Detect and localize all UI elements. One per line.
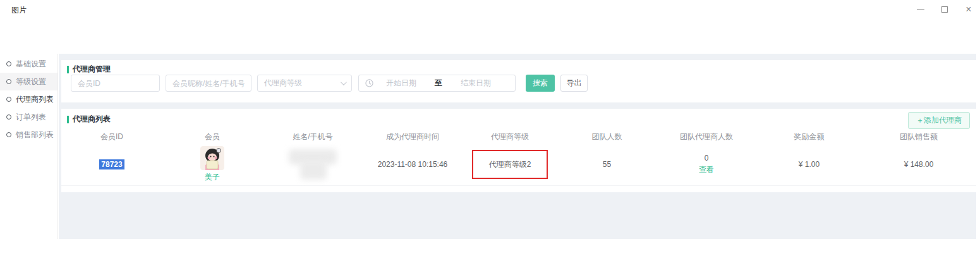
section-accent-bar — [67, 116, 69, 123]
section-accent-bar — [67, 66, 69, 73]
radio-circle-icon — [6, 61, 11, 66]
section-title-agent-list: 代理商列表 — [67, 114, 111, 125]
col-team-sales: 团队销售额 — [861, 130, 976, 144]
col-reward-amount: 奖励金额 — [757, 130, 861, 144]
col-team-count: 团队人数 — [558, 130, 656, 144]
table-row: 78723 — [61, 144, 976, 186]
agent-level-text: 代理商等级2 — [489, 159, 531, 170]
member-nickname: 美子 — [205, 172, 220, 183]
sidebar: 基础设置 等级设置 代理商列表 订单列表 销售部列表 — [0, 54, 58, 239]
col-team-agent-count: 团队代理商人数 — [656, 130, 757, 144]
view-link[interactable]: 查看 — [699, 164, 714, 175]
date-range-picker[interactable]: 开始日期 至 结束日期 — [358, 75, 516, 92]
member-avatar — [200, 146, 224, 170]
cell-team-sales: ¥ 148.00 — [861, 144, 976, 185]
window-controls: × — [916, 0, 974, 19]
add-agent-button[interactable]: ＋添加代理商 — [908, 112, 970, 129]
cell-reward-amount: ¥ 1.00 — [757, 144, 861, 185]
end-date-placeholder: 结束日期 — [448, 78, 504, 89]
filters-row: 代理商等级 开始日期 至 结束日期 搜索 导出 — [71, 75, 588, 92]
col-name-phone: 姓名/手机号 — [262, 130, 363, 144]
member-id-input[interactable] — [71, 75, 160, 92]
app-area: 基础设置 等级设置 代理商列表 订单列表 销售部列表 代理商管理 — [0, 54, 980, 239]
col-member: 会员 — [162, 130, 262, 144]
radio-circle-icon — [6, 97, 11, 102]
date-separator: 至 — [429, 78, 448, 89]
start-date-placeholder: 开始日期 — [373, 78, 429, 89]
agent-level-select[interactable]: 代理商等级 — [257, 75, 352, 92]
col-agent-level: 代理商等级 — [462, 130, 558, 144]
cell-become-time: 2023-11-08 10:15:46 — [363, 144, 462, 185]
team-agent-count-value: 0 — [705, 154, 709, 163]
sidebar-item-sales-dept-list[interactable]: 销售部列表 — [0, 126, 57, 144]
window-title: 图片 — [11, 5, 27, 16]
agent-management-card: 代理商管理 代理商等级 开始日期 至 结束日期 搜 — [61, 60, 976, 102]
search-button[interactable]: 搜索 — [526, 75, 555, 92]
cell-member-id: 78723 — [61, 144, 162, 185]
member-id-selected-text: 78723 — [99, 159, 124, 169]
col-become-time: 成为代理商时间 — [363, 130, 462, 144]
cell-team-agent-count: 0 查看 — [656, 144, 757, 185]
window-titlebar: 图片 × — [0, 0, 980, 19]
sidebar-item-level-settings[interactable]: 等级设置 — [0, 73, 57, 90]
radio-circle-icon — [6, 114, 11, 120]
table-header-row: 会员ID 会员 姓名/手机号 成为代理商时间 代理商等级 团队人数 团队代理商人… — [61, 130, 976, 144]
sidebar-item-agent-list[interactable]: 代理商列表 — [0, 90, 57, 108]
agent-list-card: 代理商列表 ＋添加代理商 会员ID 会员 姓名/手机号 成为代理商时间 代理商等… — [61, 109, 976, 192]
cell-team-count: 55 — [558, 144, 656, 185]
minimize-icon[interactable] — [916, 4, 926, 15]
agent-table: 会员ID 会员 姓名/手机号 成为代理商时间 代理商等级 团队人数 团队代理商人… — [61, 130, 976, 186]
member-info-input[interactable] — [166, 75, 251, 92]
cell-agent-level: 代理商等级2 — [462, 144, 558, 185]
chevron-down-icon — [341, 79, 347, 85]
radio-circle-icon — [6, 132, 11, 137]
export-button[interactable]: 导出 — [560, 75, 588, 92]
blurred-name-phone — [286, 148, 339, 181]
cell-name-phone — [262, 144, 363, 185]
sidebar-item-order-list[interactable]: 订单列表 — [0, 108, 57, 126]
sidebar-item-basic-settings[interactable]: 基础设置 — [0, 55, 57, 73]
maximize-icon[interactable] — [940, 4, 950, 15]
section-title-agent-management: 代理商管理 — [67, 64, 111, 75]
main-content: 代理商管理 代理商等级 开始日期 至 结束日期 搜 — [59, 54, 976, 239]
cell-member: 美子 — [162, 144, 262, 185]
clock-icon — [365, 79, 373, 87]
close-icon[interactable]: × — [964, 4, 974, 15]
col-member-id: 会员ID — [61, 130, 162, 144]
radio-circle-icon — [6, 79, 11, 84]
